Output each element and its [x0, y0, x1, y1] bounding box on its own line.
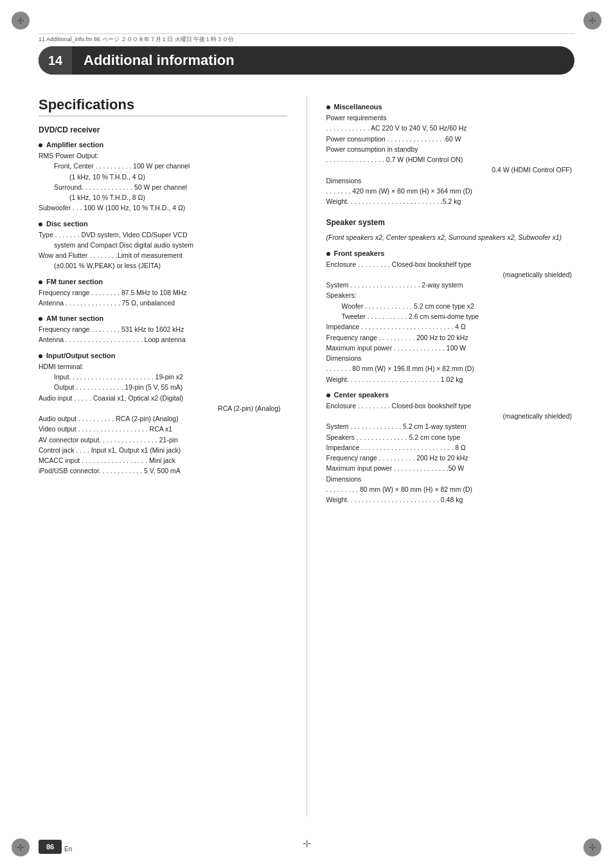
- corner-decoration-bl: [12, 838, 30, 856]
- file-info-text: 11 Additional_info.fm 86 ページ ２００８年７月１日 火…: [39, 35, 234, 44]
- io-line-2: Output . . . . . . . . . . . . . 19-pin …: [39, 382, 287, 392]
- fm-header: FM tuner section: [39, 278, 287, 285]
- cs-line-1: (magnetically shielded): [326, 411, 575, 421]
- cs-line-5: Frequency range . . . . . . . . . . 200 …: [326, 453, 575, 463]
- corner-decoration-tl: [12, 12, 30, 30]
- fs-line-5: Tweeter . . . . . . . . . . . 2.6 cm sem…: [326, 311, 575, 321]
- bullet-icon: [39, 354, 42, 358]
- cs-line-4: Impedance . . . . . . . . . . . . . . . …: [326, 442, 575, 453]
- amplifier-header: Amplifier section: [39, 141, 287, 149]
- amp-line-1: Front, Center . . . . . . . . . . 100 W …: [39, 161, 287, 171]
- cs-line-7: Dimensions: [326, 474, 575, 484]
- amplifier-label: Amplifier section: [46, 141, 103, 149]
- disc-label: Disc section: [46, 220, 88, 228]
- fs-line-11: Weight. . . . . . . . . . . . . . . . . …: [326, 374, 575, 384]
- amp-line-3: Surround. . . . . . . . . . . . . . 50 W…: [39, 182, 287, 192]
- misc-line-1: . . . . . . . . . . . . AC 220 V to 240 …: [326, 123, 575, 133]
- cs-line-8: . . . . . . . . . 80 mm (W) × 80 mm (H) …: [326, 484, 575, 494]
- front-speakers-label: Front speakers: [334, 249, 385, 257]
- left-column: Specifications DVD/CD receiver Amplifier…: [39, 90, 287, 817]
- io-label: Input/Output section: [46, 352, 116, 359]
- io-line-5: Audio output . . . . . . . . . . RCA (2-…: [39, 413, 287, 424]
- misc-line-4: . . . . . . . . . . . . . . . . 0.7 W (H…: [326, 154, 575, 165]
- column-divider: [306, 96, 307, 817]
- cs-line-6: Maximum input power . . . . . . . . . . …: [326, 463, 575, 473]
- misc-line-3: Power consumption in standby: [326, 144, 575, 154]
- io-line-6: Video output . . . . . . . . . . . . . .…: [39, 424, 287, 434]
- misc-header: Miscellaneous: [326, 103, 575, 111]
- fs-line-10: . . . . . . . 80 mm (W) × 196.8 mm (H) ×…: [326, 363, 575, 374]
- center-speakers-header: Center speakers: [326, 391, 575, 399]
- io-line-3: Audio input . . . . . Coaxial x1, Optica…: [39, 393, 287, 403]
- misc-line-0: Power requirements: [326, 113, 575, 123]
- fm-line-0: Frequency range . . . . . . . . 87.5 MHz…: [39, 287, 287, 298]
- fs-line-0: Enclosure . . . . . . . . . Closed-box b…: [326, 259, 575, 269]
- disc-line-1: system and Compact Disc digital audio sy…: [39, 240, 287, 250]
- disc-header: Disc section: [39, 220, 287, 228]
- fs-line-8: Maximum input power . . . . . . . . . . …: [326, 343, 575, 353]
- bottom-center-cross: ✛: [303, 838, 311, 850]
- chapter-header: 14 Additional information: [39, 46, 574, 75]
- fs-line-3: Speakers:: [326, 290, 575, 300]
- io-line-9: MCACC input . . . . . . . . . . . . . . …: [39, 455, 287, 466]
- corner-decoration-br: [583, 838, 601, 856]
- disc-line-2: Wow and Flutter . . . . . . . .Limit of …: [39, 250, 287, 260]
- io-line-10: iPod/USB connector. . . . . . . . . . . …: [39, 466, 287, 476]
- front-speakers-header: Front speakers: [326, 249, 575, 257]
- amp-line-0: RMS Power Output:: [39, 150, 287, 161]
- disc-line-3: (±0.001 % W,PEAK) or less (JEITA): [39, 260, 287, 271]
- spec-title: Specifications: [39, 96, 287, 116]
- file-info-bar: 11 Additional_info.fm 86 ページ ２００８年７月１日 火…: [39, 33, 574, 44]
- device-title: DVD/CD receiver: [39, 125, 287, 134]
- io-line-0: HDMI terminal:: [39, 361, 287, 372]
- cs-line-9: Weight. . . . . . . . . . . . . . . . . …: [326, 494, 575, 505]
- amp-line-4: (1 kHz, 10 % T.H.D., 8 Ω): [39, 192, 287, 203]
- speaker-system-title: Speaker system: [326, 218, 575, 227]
- fs-line-6: Impedance . . . . . . . . . . . . . . . …: [326, 321, 575, 332]
- speaker-subtitle: (Front speakers x2, Center speakers x2, …: [326, 232, 575, 242]
- am-header: AM tuner section: [39, 314, 287, 322]
- page-number: 86: [46, 843, 54, 851]
- io-line-7: AV connector output. . . . . . . . . . .…: [39, 435, 287, 445]
- page-lang: En: [64, 845, 72, 853]
- amp-line-5: Subwoofer . . . 100 W (100 Hz, 10 % T.H.…: [39, 203, 287, 213]
- fs-line-4: Woofer . . . . . . . . . . . . . 5.2 cm …: [326, 301, 575, 311]
- page-number-box: 86: [39, 840, 62, 854]
- right-column: Miscellaneous Power requirements . . . .…: [326, 90, 575, 817]
- bullet-icon: [39, 143, 42, 147]
- bullet-icon: [39, 280, 42, 284]
- am-line-0: Frequency range . . . . . . . . 531 kHz …: [39, 324, 287, 334]
- io-line-1: Input. . . . . . . . . . . . . . . . . .…: [39, 372, 287, 382]
- io-line-4: RCA (2-pin) (Analog): [39, 403, 287, 413]
- chapter-title: Additional information: [84, 52, 235, 69]
- io-line-8: Control jack . . . . Input x1, Output x1…: [39, 445, 287, 455]
- misc-line-5: 0.4 W (HDMI Control OFF): [326, 165, 575, 175]
- am-label: AM tuner section: [46, 314, 103, 322]
- center-speakers-label: Center speakers: [334, 391, 389, 399]
- misc-line-8: Weight. . . . . . . . . . . . . . . . . …: [326, 196, 575, 206]
- chapter-number: 14: [39, 46, 72, 75]
- misc-line-2: Power consumption . . . . . . . . . . . …: [326, 134, 575, 144]
- cs-line-3: Speakers . . . . . . . . . . . . . . 5.2…: [326, 432, 575, 442]
- misc-label: Miscellaneous: [334, 103, 382, 111]
- bullet-icon: [39, 222, 42, 226]
- main-content: Specifications DVD/CD receiver Amplifier…: [39, 90, 574, 817]
- fs-line-2: System . . . . . . . . . . . . . . . . .…: [326, 280, 575, 290]
- bullet-icon: [326, 105, 330, 109]
- disc-line-0: Type . . . . . . . DVD system, Video CD/…: [39, 230, 287, 240]
- misc-line-6: Dimensions: [326, 176, 575, 186]
- bullet-icon: [39, 317, 42, 321]
- cs-line-0: Enclosure . . . . . . . . . Closed-box b…: [326, 401, 575, 411]
- amp-line-2: (1 kHz, 10 % T.H.D., 4 Ω): [39, 172, 287, 182]
- bullet-icon: [326, 252, 330, 256]
- bullet-icon: [326, 393, 330, 397]
- io-header: Input/Output section: [39, 352, 287, 359]
- am-line-1: Antenna . . . . . . . . . . . . . . . . …: [39, 334, 287, 345]
- cs-line-2: System . . . . . . . . . . . . . . 5.2 c…: [326, 421, 575, 431]
- fs-line-9: Dimensions: [326, 353, 575, 363]
- fm-line-1: Antenna . . . . . . . . . . . . . . . 75…: [39, 298, 287, 308]
- fs-line-1: (magnetically shielded): [326, 269, 575, 280]
- corner-decoration-tr: [583, 12, 601, 30]
- fs-line-7: Frequency range . . . . . . . . . . 200 …: [326, 332, 575, 343]
- fm-label: FM tuner section: [46, 278, 103, 285]
